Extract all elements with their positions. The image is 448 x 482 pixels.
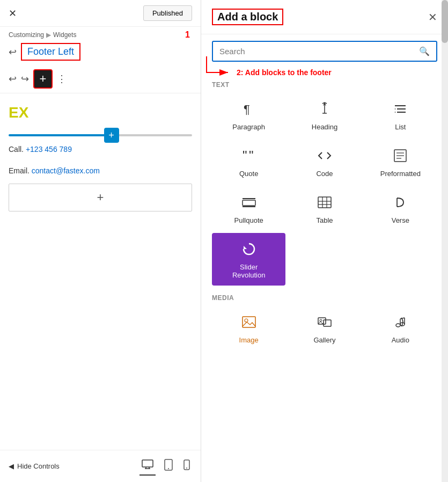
block-list[interactable]: List [364, 93, 437, 137]
block-pullquote[interactable]: Pullquote [212, 186, 285, 231]
breadcrumb-sep: ▶ [46, 31, 51, 39]
panel-title: Add a block [212, 9, 283, 25]
image-icon [241, 315, 256, 332]
block-preformatted[interactable]: Preformatted [364, 140, 437, 184]
annotation-1: 1 [185, 30, 190, 40]
tablet-icon [164, 459, 173, 471]
annotation-2-label: 2: Add blocks to the footer [237, 68, 332, 77]
block-code-label: Code [316, 170, 333, 178]
slider-row: + [9, 134, 192, 136]
table-icon [317, 195, 332, 212]
quote-icon: " " [241, 148, 256, 165]
left-content: EX + Call. +123 456 789 Email. contact@f… [0, 93, 201, 450]
block-image-label: Image [239, 336, 259, 344]
desktop-view-button[interactable] [139, 457, 156, 476]
right-panel: Add a block ✕ 🔍 2: Add blocks to the foo… [201, 0, 448, 482]
svg-point-36 [320, 319, 322, 322]
hide-controls-label: Hide Controls [17, 462, 60, 470]
svg-rect-0 [142, 460, 153, 467]
left-footer: ◀ Hide Controls [0, 450, 201, 482]
close-panel-button[interactable]: ✕ [428, 11, 437, 24]
svg-rect-32 [243, 317, 255, 327]
block-heading[interactable]: Heading [288, 93, 361, 137]
hide-controls-icon: ◀ [9, 462, 14, 470]
mobile-view-button[interactable] [181, 457, 192, 476]
ex-logo: EX [9, 104, 192, 121]
block-verse[interactable]: Verse [364, 186, 437, 231]
block-heading-label: Heading [312, 123, 337, 131]
left-panel: ✕ Published Customizing ▶ Widgets ↩ Foot… [0, 0, 201, 482]
svg-rect-25 [318, 197, 331, 208]
annotation-2-area: 2: Add blocks to the footer [201, 68, 448, 79]
slider-thumb[interactable]: + [104, 128, 119, 143]
search-icon: 🔍 [419, 46, 430, 56]
search-box: 🔍 [212, 41, 437, 62]
block-slider-revolution[interactable]: SliderRevolution [212, 233, 285, 286]
svg-rect-35 [324, 320, 331, 326]
back-button[interactable]: ↩ [9, 46, 17, 58]
widget-title: Footer Left [21, 43, 80, 61]
phone-number: +123 456 789 [26, 145, 72, 154]
block-slider-revolution-label: SliderRevolution [232, 263, 265, 279]
block-code[interactable]: Code [288, 140, 361, 184]
breadcrumb-parent[interactable]: Customizing [9, 31, 44, 39]
close-button[interactable]: ✕ [9, 8, 17, 19]
block-verse-label: Verse [392, 216, 409, 224]
block-table[interactable]: Table [288, 186, 361, 231]
add-block-toolbar-button[interactable]: + [33, 69, 53, 89]
paragraph-icon: ¶ [241, 101, 256, 119]
breadcrumb: Customizing ▶ Widgets [0, 27, 201, 41]
list-icon [393, 101, 408, 119]
redo-button[interactable]: ↪ [21, 73, 29, 85]
code-icon [317, 148, 332, 165]
widget-title-area: ↩ Footer Left 1 [0, 41, 201, 65]
block-table-label: Table [316, 216, 333, 224]
block-image[interactable]: Image [212, 306, 285, 350]
block-paragraph[interactable]: ¶ Paragraph [212, 93, 285, 137]
svg-point-37 [396, 324, 400, 327]
svg-point-5 [168, 468, 169, 469]
contact-info: Call. +123 456 789 [9, 145, 192, 154]
gallery-icon [317, 315, 332, 332]
slider-revolution-icon [241, 242, 256, 259]
svg-point-33 [245, 319, 248, 322]
preformatted-icon [393, 148, 408, 165]
pullquote-icon [241, 195, 256, 212]
search-input[interactable] [219, 47, 415, 56]
undo-button[interactable]: ↩ [9, 73, 17, 85]
scrollbar-thumb[interactable] [442, 0, 448, 43]
svg-text:": " [243, 148, 247, 163]
svg-marker-31 [244, 246, 247, 249]
svg-text:": " [249, 148, 254, 163]
block-preformatted-label: Preformatted [380, 170, 421, 178]
svg-line-39 [400, 318, 405, 319]
view-buttons [139, 457, 192, 476]
slider-track[interactable]: + [9, 134, 192, 136]
breadcrumb-child[interactable]: Widgets [53, 31, 76, 39]
more-options-button[interactable]: ⋮ [57, 73, 67, 85]
media-blocks-grid: Image Gallery [201, 306, 448, 350]
block-audio-label: Audio [392, 336, 409, 344]
add-block-bottom-button[interactable]: + [9, 184, 192, 211]
right-header: Add a block ✕ [201, 0, 448, 34]
heading-icon [317, 101, 332, 119]
call-label: Call. [9, 145, 24, 154]
media-section-label: MEDIA [201, 292, 448, 306]
desktop-icon [142, 459, 153, 469]
search-area: 🔍 [201, 34, 448, 68]
left-header: ✕ Published [0, 0, 201, 27]
hide-controls-button[interactable]: ◀ Hide Controls [9, 462, 60, 470]
audio-icon [393, 315, 408, 332]
text-section-label: TEXT [201, 79, 448, 93]
annotation-arrow-svg [201, 54, 233, 75]
block-audio[interactable]: Audio [364, 306, 437, 350]
published-button[interactable]: Published [143, 5, 192, 21]
tablet-view-button[interactable] [162, 457, 175, 476]
block-gallery[interactable]: Gallery [288, 306, 361, 350]
block-paragraph-label: Paragraph [232, 123, 265, 131]
email-link[interactable]: contact@fastex.com [32, 166, 100, 175]
block-list-label: List [395, 123, 406, 131]
block-pullquote-label: Pullquote [234, 216, 263, 224]
block-quote[interactable]: " " Quote [212, 140, 285, 184]
scrollbar[interactable] [442, 0, 448, 482]
